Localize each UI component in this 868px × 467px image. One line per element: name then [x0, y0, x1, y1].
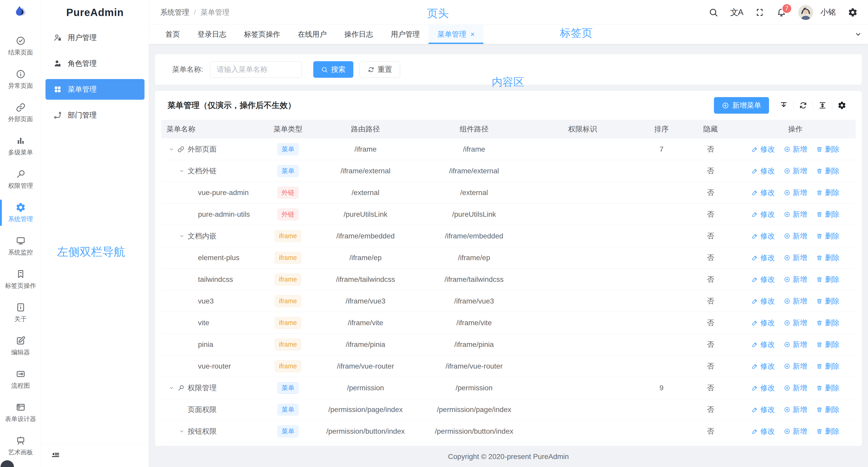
action-add[interactable]: 新增 — [784, 427, 807, 436]
rail-item-easel[interactable]: 艺术画板 — [0, 429, 41, 463]
reset-button[interactable]: 重置 — [360, 61, 400, 78]
search-button[interactable]: 搜索 — [313, 61, 353, 78]
action-add[interactable]: 新增 — [784, 383, 807, 393]
route-path-cell: /external — [311, 189, 420, 197]
action-add[interactable]: 新增 — [784, 296, 807, 306]
action-delete[interactable]: 删除 — [816, 340, 840, 349]
rail-menu: 结果页面异常页面外部页面多级菜单权限管理系统管理系统监控标签页操作关于编辑器流程… — [0, 25, 41, 467]
tab-6[interactable]: 用户管理 — [382, 25, 429, 44]
action-add[interactable]: 新增 — [784, 144, 807, 154]
avatar[interactable] — [798, 5, 813, 20]
menu-name-input[interactable] — [210, 61, 302, 78]
action-delete[interactable]: 删除 — [816, 144, 840, 154]
action-edit[interactable]: 修改 — [751, 274, 775, 285]
username[interactable]: 小铭 — [820, 7, 836, 18]
action-edit[interactable]: 修改 — [751, 296, 775, 306]
rail-item-file-info[interactable]: 关于 — [0, 296, 41, 329]
action-add[interactable]: 新增 — [784, 231, 807, 241]
action-edit[interactable]: 修改 — [751, 231, 775, 241]
settings-gear-icon[interactable] — [848, 7, 858, 17]
action-add[interactable]: 新增 — [784, 340, 807, 349]
expand-caret[interactable] — [168, 385, 174, 391]
action-delete[interactable]: 删除 — [816, 405, 840, 414]
expand-caret[interactable] — [179, 233, 185, 239]
fullscreen-icon[interactable] — [755, 7, 765, 17]
rail-item-sliders[interactable]: 流程图 — [0, 363, 41, 396]
expand-caret[interactable] — [179, 429, 185, 434]
tabs-dropdown-button[interactable] — [848, 25, 868, 44]
add-menu-button[interactable]: 新增菜单 — [714, 97, 769, 114]
tab-1[interactable]: 首页 — [157, 25, 189, 44]
action-add[interactable]: 新增 — [784, 361, 807, 371]
file-info-icon — [16, 302, 26, 312]
rail-item-info-circle[interactable]: 异常页面 — [0, 63, 41, 96]
action-label: 删除 — [825, 144, 840, 154]
rail-item-check-circle[interactable]: 结果页面 — [0, 29, 41, 63]
action-delete[interactable]: 删除 — [816, 209, 840, 219]
action-add[interactable]: 新增 — [784, 188, 807, 198]
refresh-table-button[interactable] — [796, 98, 811, 113]
action-delete[interactable]: 删除 — [816, 188, 840, 198]
notifications-button[interactable]: 7 — [776, 7, 786, 17]
tab-2[interactable]: 登录日志 — [189, 25, 235, 44]
export-button[interactable] — [776, 98, 791, 113]
action-edit[interactable]: 修改 — [751, 166, 775, 176]
action-label: 修改 — [761, 209, 775, 219]
rail-item-gear[interactable]: 系统管理 — [0, 196, 41, 229]
tab-4[interactable]: 在线用户 — [289, 25, 336, 44]
rail-item-monitor[interactable]: 系统监控 — [0, 229, 41, 263]
action-edit[interactable]: 修改 — [751, 340, 775, 349]
breadcrumb-item[interactable]: 系统管理 — [160, 7, 189, 17]
action-add[interactable]: 新增 — [784, 166, 807, 176]
app-logo[interactable] — [0, 0, 41, 25]
expand-caret[interactable] — [168, 146, 174, 152]
action-edit[interactable]: 修改 — [751, 209, 775, 219]
action-edit[interactable]: 修改 — [751, 188, 775, 198]
action-delete[interactable]: 删除 — [816, 253, 840, 263]
collapse-sidebar-icon[interactable] — [51, 451, 61, 460]
rail-item-lollipop[interactable]: 权限管理 — [0, 163, 41, 196]
tab-3[interactable]: 标签页操作 — [235, 25, 289, 44]
rail-item-edit-square[interactable]: 编辑器 — [0, 329, 41, 363]
action-add[interactable]: 新增 — [784, 318, 807, 328]
action-add[interactable]: 新增 — [784, 253, 807, 263]
action-add[interactable]: 新增 — [784, 274, 807, 285]
density-button[interactable] — [815, 98, 830, 113]
search-field-label: 菜单名称: — [172, 65, 203, 74]
sidebar-item-grid[interactable]: 菜单管理 — [45, 79, 145, 100]
search-icon[interactable] — [709, 7, 718, 17]
menu-type-cell: 外链 — [265, 208, 311, 220]
route-path-cell: /iframe/vite — [311, 319, 420, 327]
action-edit[interactable]: 修改 — [751, 383, 775, 393]
sidebar-item-route[interactable]: 部门管理 — [45, 105, 145, 126]
tab-close-icon[interactable]: × — [470, 30, 474, 38]
action-delete[interactable]: 删除 — [816, 361, 840, 371]
action-add[interactable]: 新增 — [784, 209, 807, 219]
column-settings-button[interactable] — [834, 98, 849, 113]
tab-7[interactable]: 菜单管理× — [429, 25, 484, 44]
action-delete[interactable]: 删除 — [816, 274, 840, 285]
action-delete[interactable]: 删除 — [816, 166, 840, 176]
tab-5[interactable]: 操作日志 — [336, 25, 382, 44]
hidden-cell: 否 — [686, 231, 735, 241]
action-add[interactable]: 新增 — [784, 405, 807, 414]
action-edit[interactable]: 修改 — [751, 405, 775, 414]
action-edit[interactable]: 修改 — [751, 253, 775, 263]
action-edit[interactable]: 修改 — [751, 361, 775, 371]
rail-item-bookmark[interactable]: 标签页操作 — [0, 263, 41, 296]
expand-caret[interactable] — [179, 168, 185, 174]
rail-item-bar-chart[interactable]: 多级菜单 — [0, 129, 41, 163]
action-delete[interactable]: 删除 — [816, 383, 840, 393]
action-delete[interactable]: 删除 — [816, 318, 840, 328]
action-edit[interactable]: 修改 — [751, 427, 775, 436]
rail-item-form[interactable]: 表单设计器 — [0, 396, 41, 429]
action-edit[interactable]: 修改 — [751, 318, 775, 328]
action-delete[interactable]: 删除 — [816, 231, 840, 241]
action-delete[interactable]: 删除 — [816, 296, 840, 306]
sidebar-item-user-lock[interactable]: 用户管理 — [45, 27, 145, 48]
sidebar-item-role[interactable]: 角色管理 — [45, 53, 145, 74]
translate-icon[interactable]: 文A — [730, 7, 743, 18]
action-edit[interactable]: 修改 — [751, 144, 775, 154]
action-delete[interactable]: 删除 — [816, 427, 840, 436]
rail-item-link[interactable]: 外部页面 — [0, 96, 41, 129]
